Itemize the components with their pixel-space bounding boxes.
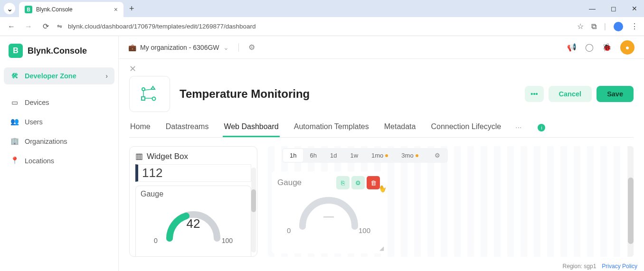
canvas-gauge-value: —	[277, 210, 380, 223]
url-field[interactable]: blynk.cloud/dashboard/170679/templates/e…	[68, 23, 571, 30]
browser-tab-strip: ⌄ B Blynk.Console × + — ◻ ✕	[0, 0, 644, 17]
widget-gauge-preview[interactable]: Gauge 42 0 100	[135, 186, 251, 257]
megaphone-icon[interactable]: 📢	[567, 43, 577, 52]
widget-box-panel: ▥ Widget Box 112 Gauge 42 0 100	[129, 146, 257, 257]
premium-dot-icon	[385, 154, 388, 157]
tab-datastreams[interactable]: Datastreams	[165, 118, 210, 137]
save-button[interactable]: Save	[597, 86, 634, 102]
premium-dot-icon	[416, 154, 418, 157]
time-opt-1h[interactable]: 1h	[283, 149, 303, 162]
resize-handle-icon[interactable]: ◢	[379, 245, 384, 252]
close-window-button[interactable]: ✕	[629, 4, 640, 13]
tab-home[interactable]: Home	[129, 118, 152, 137]
sidebar-label: Locations	[25, 157, 54, 165]
browser-tab[interactable]: B Blynk.Console ×	[19, 2, 123, 17]
page-title: Temperature Monitoring	[180, 87, 310, 101]
time-opt-1d[interactable]: 1d	[323, 149, 343, 162]
org-selector[interactable]: 💼 My organization - 6306GW ⌄	[128, 44, 229, 51]
gauge-max: 100	[222, 237, 233, 244]
sidebar: B Blynk.Console 🛠 Developer Zone › ▭ Dev…	[0, 36, 119, 271]
help-icon[interactable]: ◯	[585, 43, 594, 52]
gauge-value: 42	[141, 216, 246, 231]
duplicate-widget-button[interactable]: ⎘	[336, 176, 350, 189]
widget-search-input[interactable]: 112	[135, 164, 251, 182]
sidebar-item-developer-zone[interactable]: 🛠 Developer Zone ›	[4, 67, 114, 84]
back-button[interactable]: ←	[6, 21, 17, 32]
time-opt-1w[interactable]: 1w	[343, 149, 365, 162]
widget-box-title: Widget Box	[147, 152, 188, 161]
time-settings-icon[interactable]: ⚙	[428, 149, 447, 162]
canvas-scroll-thumb[interactable]	[628, 178, 634, 244]
tab-web-dashboard[interactable]: Web Dashboard	[223, 118, 279, 137]
logo-icon: B	[9, 44, 23, 58]
briefcase-icon: 💼	[128, 44, 136, 51]
close-editor-button[interactable]: ✕	[129, 64, 634, 74]
tabs-overflow-button[interactable]: ···	[515, 123, 521, 132]
nodes-icon	[140, 85, 160, 103]
widget-box-scroll-thumb[interactable]	[251, 189, 256, 212]
dashboard-canvas[interactable]: 1h 6h 1d 1w 1mo 3mo ⚙ Gauge ⎘ ⚙	[268, 146, 634, 257]
canvas-gauge-max: 100	[359, 226, 370, 234]
time-opt-3mo[interactable]: 3mo	[395, 149, 425, 162]
reload-button[interactable]: ⟳	[40, 21, 51, 32]
widget-settings-button[interactable]: ⚙	[351, 176, 365, 189]
profile-avatar-button[interactable]	[614, 22, 623, 31]
favicon-icon: B	[25, 6, 32, 13]
bug-icon[interactable]: 🐞	[602, 43, 612, 52]
browser-toolbar: ← → ⟳ ⇋ blynk.cloud/dashboard/170679/tem…	[0, 17, 644, 36]
site-info-icon[interactable]: ⇋	[57, 23, 62, 30]
more-actions-button[interactable]: •••	[525, 86, 543, 102]
cancel-button[interactable]: Cancel	[549, 86, 592, 102]
gauge-min: 0	[154, 237, 158, 244]
privacy-link[interactable]: Privacy Policy	[602, 263, 637, 270]
sidebar-label: Users	[25, 118, 43, 126]
divider	[238, 43, 239, 52]
tab-automation-templates[interactable]: Automation Templates	[293, 118, 370, 137]
close-tab-icon[interactable]: ×	[114, 6, 118, 13]
time-range-selector: 1h 6h 1d 1w 1mo 3mo ⚙	[282, 148, 448, 163]
canvas-widget-gauge[interactable]: Gauge ⎘ ⚙ 🗑 ✋ —	[272, 171, 386, 253]
tab-list-dropdown[interactable]: ⌄	[4, 3, 15, 14]
maximize-button[interactable]: ◻	[608, 4, 619, 13]
topbar: 💼 My organization - 6306GW ⌄ ⚙ 📢 ◯ 🐞 ●	[119, 36, 644, 59]
pin-icon: 📍	[10, 157, 19, 165]
sidebar-label: Organizations	[25, 138, 67, 145]
browser-menu-button[interactable]: ⋮	[631, 22, 638, 31]
sidebar-item-devices[interactable]: ▭ Devices	[4, 94, 114, 111]
building-icon: 🏢	[10, 137, 19, 145]
chevron-down-icon: ⌄	[223, 44, 229, 51]
window-controls: — ◻ ✕	[586, 4, 640, 13]
template-icon[interactable]	[129, 76, 170, 112]
widget-box-icon: ▥	[135, 151, 143, 161]
sidebar-item-locations[interactable]: 📍 Locations	[4, 152, 114, 169]
gauge-label: Gauge	[141, 190, 246, 198]
time-opt-6h[interactable]: 6h	[303, 149, 323, 162]
tab-title: Blynk.Console	[36, 6, 110, 13]
users-icon: 👥	[10, 118, 19, 126]
settings-icon[interactable]: ⚙	[248, 43, 255, 52]
extensions-icon[interactable]: ⧉	[591, 22, 597, 31]
forward-button[interactable]: →	[23, 21, 34, 32]
svg-rect-2	[142, 97, 145, 100]
tab-metadata[interactable]: Metadata	[383, 118, 417, 137]
time-opt-1mo[interactable]: 1mo	[365, 149, 395, 162]
logo-text: Blynk.Console	[28, 46, 87, 56]
tab-connection-lifecycle[interactable]: Connection Lifecycle	[430, 118, 502, 137]
new-tab-button[interactable]: +	[129, 4, 134, 14]
template-tabs: Home Datastreams Web Dashboard Automatio…	[129, 118, 634, 138]
chevron-right-icon: ›	[105, 72, 108, 80]
minimize-button[interactable]: —	[586, 4, 598, 13]
sidebar-item-organizations[interactable]: 🏢 Organizations	[4, 132, 114, 150]
canvas-gauge-min: 0	[287, 226, 291, 234]
sidebar-item-users[interactable]: 👥 Users	[4, 113, 114, 131]
wrench-icon: 🛠	[10, 72, 19, 80]
footer: Region: sgp1 Privacy Policy	[119, 262, 644, 271]
info-badge-icon[interactable]: i	[538, 124, 545, 131]
canvas-gauge-title: Gauge	[277, 178, 336, 187]
svg-marker-1	[151, 86, 155, 89]
sidebar-label: Devices	[25, 99, 49, 106]
user-avatar[interactable]: ●	[620, 40, 635, 55]
app-logo[interactable]: B Blynk.Console	[4, 40, 114, 62]
bookmark-icon[interactable]: ☆	[577, 22, 584, 31]
sidebar-label: Developer Zone	[25, 72, 76, 80]
